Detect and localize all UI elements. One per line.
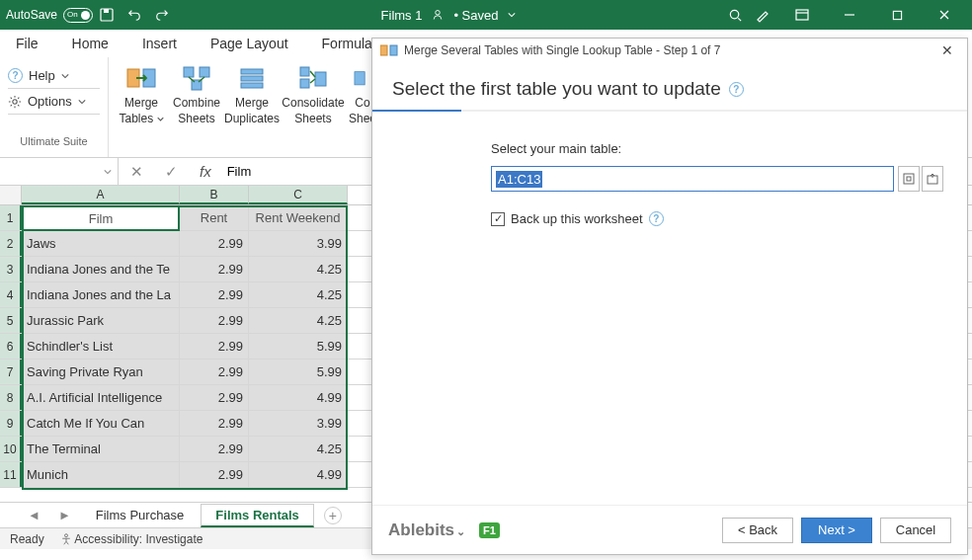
saved-status[interactable]: • Saved bbox=[453, 8, 498, 23]
col-header-b[interactable]: B bbox=[180, 186, 249, 204]
cell[interactable]: 2.99 bbox=[180, 462, 249, 487]
sheet-tab-rentals[interactable]: Films Rentals bbox=[201, 504, 314, 527]
cell[interactable]: The Terminal bbox=[22, 437, 180, 461]
search-icon[interactable] bbox=[721, 1, 749, 29]
cell[interactable]: 2.99 bbox=[180, 231, 249, 256]
expand-range-button[interactable] bbox=[922, 166, 943, 192]
group-ultimate-suite: ? Help Options Ultimate Suite bbox=[0, 57, 109, 157]
help-button[interactable]: ? Help bbox=[8, 63, 100, 89]
row-header[interactable]: 10 bbox=[0, 437, 22, 461]
document-name: Films 1 bbox=[381, 8, 423, 23]
cell[interactable]: 2.99 bbox=[180, 385, 249, 410]
toggle-switch-icon: On bbox=[63, 8, 93, 23]
sheet-nav-next-icon[interactable]: ► bbox=[50, 508, 79, 522]
row-header[interactable]: 9 bbox=[0, 411, 22, 436]
cell[interactable]: 4.99 bbox=[249, 385, 348, 410]
autosave-label: AutoSave bbox=[6, 8, 57, 22]
cell[interactable]: Munich bbox=[22, 462, 180, 487]
cancel-formula-icon[interactable]: ✕ bbox=[124, 163, 149, 181]
cell[interactable]: Schindler's List bbox=[22, 334, 180, 359]
cell[interactable]: 2.99 bbox=[180, 282, 249, 307]
chevron-down-icon bbox=[61, 72, 69, 80]
cancel-button[interactable]: Cancel bbox=[880, 518, 951, 543]
tab-page-layout[interactable]: Page Layout bbox=[204, 32, 294, 55]
row-header[interactable]: 2 bbox=[0, 231, 22, 256]
back-button[interactable]: < Back bbox=[722, 518, 793, 543]
help-icon[interactable]: ? bbox=[649, 211, 664, 226]
fx-icon[interactable]: fx bbox=[194, 163, 217, 180]
undo-icon[interactable] bbox=[121, 1, 148, 29]
maximize-button[interactable] bbox=[875, 1, 919, 29]
cell[interactable]: 4.25 bbox=[249, 308, 348, 333]
svg-rect-19 bbox=[241, 83, 263, 88]
cell[interactable]: Jurassic Park bbox=[22, 308, 180, 333]
cell[interactable]: Rent bbox=[180, 205, 249, 230]
wizard-footer: Ablebits⌄ F1 < Back Next > Cancel bbox=[372, 505, 967, 554]
cell[interactable]: 2.99 bbox=[180, 437, 249, 461]
cell[interactable]: 2.99 bbox=[180, 334, 249, 359]
row-header[interactable]: 3 bbox=[0, 257, 22, 281]
close-button[interactable] bbox=[923, 1, 966, 29]
cell[interactable]: 3.99 bbox=[249, 231, 348, 256]
cell[interactable]: 4.99 bbox=[249, 462, 348, 487]
save-icon[interactable] bbox=[93, 1, 121, 29]
row-header[interactable]: 6 bbox=[0, 334, 22, 359]
row-header[interactable]: 7 bbox=[0, 360, 22, 384]
combine-sheets-button[interactable]: Combine Sheets bbox=[170, 61, 223, 128]
cell[interactable]: 5.99 bbox=[249, 360, 348, 384]
cell[interactable]: Saving Private Ryan bbox=[22, 360, 180, 384]
row-header[interactable]: 4 bbox=[0, 282, 22, 307]
select-all-corner[interactable] bbox=[0, 186, 22, 204]
brand-label[interactable]: Ablebits⌄ bbox=[388, 520, 465, 540]
name-box[interactable] bbox=[0, 158, 119, 185]
cell[interactable]: 2.99 bbox=[180, 411, 249, 436]
cell[interactable]: A.I. Artificial Intelligence bbox=[22, 385, 180, 410]
options-button[interactable]: Options bbox=[8, 89, 100, 115]
wizard-close-button[interactable]: ✕ bbox=[935, 40, 959, 60]
tab-home[interactable]: Home bbox=[66, 32, 115, 55]
accessibility-status[interactable]: Accessibility: Investigate bbox=[60, 532, 203, 546]
col-header-a[interactable]: A bbox=[22, 186, 180, 204]
range-input[interactable]: A1:C13 bbox=[491, 166, 894, 192]
col-header-c[interactable]: C bbox=[249, 186, 348, 204]
merge-duplicates-button[interactable]: Merge Duplicates bbox=[225, 61, 279, 128]
cell[interactable]: Rent Weekend bbox=[249, 205, 348, 230]
sheet-tab-purchase[interactable]: Films Purchase bbox=[81, 504, 200, 526]
cell[interactable]: Film bbox=[22, 205, 180, 230]
merge-tables-button[interactable]: Merge Tables bbox=[115, 61, 168, 128]
add-sheet-button[interactable]: + bbox=[324, 507, 342, 524]
cell[interactable]: Jaws bbox=[22, 231, 180, 256]
cell[interactable]: 3.99 bbox=[249, 411, 348, 436]
tab-insert[interactable]: Insert bbox=[136, 32, 183, 55]
cell[interactable]: Indiana Jones and the Te bbox=[22, 257, 180, 281]
wizard-heading-text: Select the first table you want to updat… bbox=[392, 78, 721, 100]
tab-file[interactable]: File bbox=[10, 32, 44, 55]
row-header[interactable]: 5 bbox=[0, 308, 22, 333]
row-header[interactable]: 11 bbox=[0, 462, 22, 487]
help-icon[interactable]: ? bbox=[729, 82, 744, 97]
sheet-nav-prev-icon[interactable]: ◄ bbox=[20, 508, 48, 522]
cell[interactable]: 4.25 bbox=[249, 257, 348, 281]
backup-checkbox-row[interactable]: ✓ Back up this worksheet ? bbox=[491, 211, 943, 226]
cell[interactable]: 4.25 bbox=[249, 282, 348, 307]
cell[interactable]: Catch Me If You Can bbox=[22, 411, 180, 436]
minimize-button[interactable] bbox=[828, 1, 871, 29]
redo-icon[interactable] bbox=[148, 1, 176, 29]
ribbon-display-icon[interactable] bbox=[780, 1, 824, 29]
cell[interactable]: 4.25 bbox=[249, 437, 348, 461]
cell[interactable]: 2.99 bbox=[180, 308, 249, 333]
next-button[interactable]: Next > bbox=[801, 518, 872, 543]
consolidate-sheets-button[interactable]: Consolidate Sheets bbox=[281, 61, 346, 128]
autosave-toggle[interactable]: AutoSave On bbox=[6, 8, 93, 23]
autoselect-range-button[interactable] bbox=[898, 166, 920, 192]
pen-icon[interactable] bbox=[749, 1, 776, 29]
cell[interactable]: Indiana Jones and the La bbox=[22, 282, 180, 307]
enter-formula-icon[interactable]: ✓ bbox=[159, 163, 184, 181]
cell[interactable]: 5.99 bbox=[249, 334, 348, 359]
cell[interactable]: 2.99 bbox=[180, 360, 249, 384]
row-header[interactable]: 1 bbox=[0, 205, 22, 230]
cell[interactable]: 2.99 bbox=[180, 257, 249, 281]
svg-rect-15 bbox=[200, 67, 209, 77]
f1-help-badge[interactable]: F1 bbox=[479, 522, 500, 538]
row-header[interactable]: 8 bbox=[0, 385, 22, 410]
